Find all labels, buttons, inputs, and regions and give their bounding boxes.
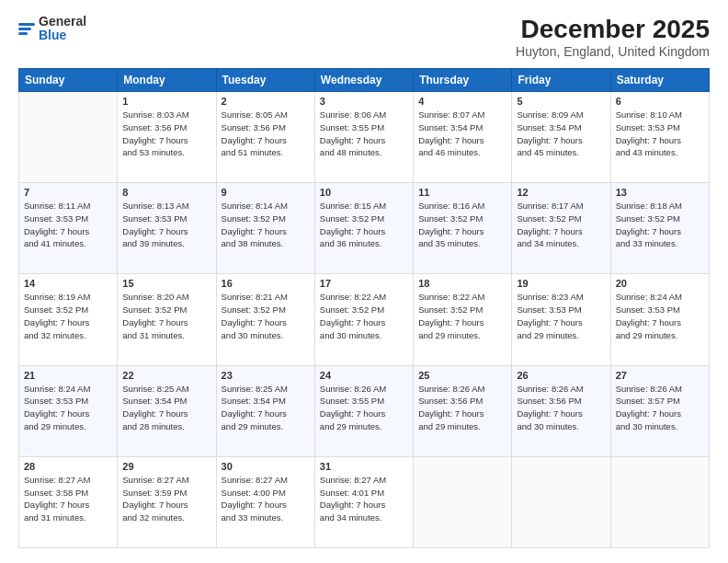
cell-content: Sunrise: 8:27 AM Sunset: 3:59 PM Dayligh… bbox=[122, 474, 210, 524]
calendar-header-friday: Friday bbox=[512, 69, 610, 92]
cell-content: Sunrise: 8:10 AM Sunset: 3:53 PM Dayligh… bbox=[616, 109, 704, 159]
cell-content: Sunrise: 8:19 AM Sunset: 3:52 PM Dayligh… bbox=[24, 291, 112, 341]
day-number: 11 bbox=[418, 187, 506, 198]
calendar-week-row: 1Sunrise: 8:03 AM Sunset: 3:56 PM Daylig… bbox=[19, 92, 710, 183]
calendar-cell: 22Sunrise: 8:25 AM Sunset: 3:54 PM Dayli… bbox=[118, 365, 216, 456]
day-number: 1 bbox=[122, 96, 210, 107]
calendar-cell: 31Sunrise: 8:27 AM Sunset: 4:01 PM Dayli… bbox=[314, 456, 413, 547]
calendar-header-saturday: Saturday bbox=[610, 69, 709, 92]
title-block: December 2025 Huyton, England, United Ki… bbox=[516, 15, 710, 59]
day-number: 7 bbox=[24, 187, 112, 198]
cell-content: Sunrise: 8:22 AM Sunset: 3:52 PM Dayligh… bbox=[418, 291, 506, 341]
calendar-cell: 17Sunrise: 8:22 AM Sunset: 3:52 PM Dayli… bbox=[314, 274, 413, 365]
day-number: 22 bbox=[122, 370, 210, 381]
calendar-cell: 25Sunrise: 8:26 AM Sunset: 3:56 PM Dayli… bbox=[414, 365, 512, 456]
logo-text: General Blue bbox=[39, 15, 86, 43]
calendar-cell: 10Sunrise: 8:15 AM Sunset: 3:52 PM Dayli… bbox=[314, 183, 413, 274]
calendar-cell: 29Sunrise: 8:27 AM Sunset: 3:59 PM Dayli… bbox=[118, 456, 216, 547]
calendar-cell bbox=[512, 456, 610, 547]
calendar-week-row: 28Sunrise: 8:27 AM Sunset: 3:58 PM Dayli… bbox=[19, 456, 710, 547]
day-number: 9 bbox=[222, 187, 310, 198]
day-number: 12 bbox=[517, 187, 605, 198]
location: Huyton, England, United Kingdom bbox=[516, 44, 710, 59]
calendar-cell: 15Sunrise: 8:20 AM Sunset: 3:52 PM Dayli… bbox=[118, 274, 216, 365]
day-number: 10 bbox=[320, 187, 408, 198]
calendar-cell: 3Sunrise: 8:06 AM Sunset: 3:55 PM Daylig… bbox=[314, 92, 413, 183]
cell-content: Sunrise: 8:03 AM Sunset: 3:56 PM Dayligh… bbox=[122, 109, 210, 159]
cell-content: Sunrise: 8:20 AM Sunset: 3:52 PM Dayligh… bbox=[122, 291, 210, 341]
cell-content: Sunrise: 8:26 AM Sunset: 3:57 PM Dayligh… bbox=[616, 383, 704, 433]
calendar-cell bbox=[19, 92, 118, 183]
calendar-cell: 9Sunrise: 8:14 AM Sunset: 3:52 PM Daylig… bbox=[216, 183, 314, 274]
day-number: 4 bbox=[418, 96, 506, 107]
logo-line-2 bbox=[18, 28, 31, 30]
calendar-cell: 21Sunrise: 8:24 AM Sunset: 3:53 PM Dayli… bbox=[19, 365, 118, 456]
day-number: 16 bbox=[222, 278, 310, 289]
logo: General Blue bbox=[18, 15, 86, 43]
cell-content: Sunrise: 8:07 AM Sunset: 3:54 PM Dayligh… bbox=[418, 109, 506, 159]
month-title: December 2025 bbox=[516, 15, 710, 44]
calendar-week-row: 7Sunrise: 8:11 AM Sunset: 3:53 PM Daylig… bbox=[19, 183, 710, 274]
cell-content: Sunrise: 8:26 AM Sunset: 3:56 PM Dayligh… bbox=[418, 383, 506, 433]
logo-general: General bbox=[39, 15, 86, 29]
calendar-cell: 16Sunrise: 8:21 AM Sunset: 3:52 PM Dayli… bbox=[216, 274, 314, 365]
cell-content: Sunrise: 8:16 AM Sunset: 3:52 PM Dayligh… bbox=[418, 200, 506, 250]
cell-content: Sunrise: 8:18 AM Sunset: 3:52 PM Dayligh… bbox=[616, 200, 704, 250]
cell-content: Sunrise: 8:05 AM Sunset: 3:56 PM Dayligh… bbox=[222, 109, 310, 159]
calendar-cell: 13Sunrise: 8:18 AM Sunset: 3:52 PM Dayli… bbox=[610, 183, 709, 274]
calendar-header-row: SundayMondayTuesdayWednesdayThursdayFrid… bbox=[19, 69, 710, 92]
calendar-cell: 18Sunrise: 8:22 AM Sunset: 3:52 PM Dayli… bbox=[414, 274, 512, 365]
day-number: 13 bbox=[616, 187, 704, 198]
cell-content: Sunrise: 8:27 AM Sunset: 3:58 PM Dayligh… bbox=[24, 474, 112, 524]
day-number: 15 bbox=[122, 278, 210, 289]
cell-content: Sunrise: 8:09 AM Sunset: 3:54 PM Dayligh… bbox=[517, 109, 605, 159]
logo-line-1 bbox=[18, 23, 35, 26]
logo-blue: Blue bbox=[39, 29, 86, 42]
day-number: 25 bbox=[418, 370, 506, 381]
calendar-cell bbox=[414, 456, 512, 547]
day-number: 29 bbox=[122, 461, 210, 472]
cell-content: Sunrise: 8:14 AM Sunset: 3:52 PM Dayligh… bbox=[222, 200, 310, 250]
calendar-header-tuesday: Tuesday bbox=[216, 69, 314, 92]
day-number: 21 bbox=[24, 370, 112, 381]
day-number: 5 bbox=[517, 96, 605, 107]
calendar-cell: 4Sunrise: 8:07 AM Sunset: 3:54 PM Daylig… bbox=[414, 92, 512, 183]
calendar-cell bbox=[610, 456, 709, 547]
calendar-cell: 5Sunrise: 8:09 AM Sunset: 3:54 PM Daylig… bbox=[512, 92, 610, 183]
calendar-cell: 28Sunrise: 8:27 AM Sunset: 3:58 PM Dayli… bbox=[19, 456, 118, 547]
logo-icon bbox=[18, 23, 35, 35]
cell-content: Sunrise: 8:17 AM Sunset: 3:52 PM Dayligh… bbox=[517, 200, 605, 250]
cell-content: Sunrise: 8:26 AM Sunset: 3:56 PM Dayligh… bbox=[517, 383, 605, 433]
cell-content: Sunrise: 8:23 AM Sunset: 3:53 PM Dayligh… bbox=[517, 291, 605, 341]
calendar-cell: 27Sunrise: 8:26 AM Sunset: 3:57 PM Dayli… bbox=[610, 365, 709, 456]
calendar-cell: 8Sunrise: 8:13 AM Sunset: 3:53 PM Daylig… bbox=[118, 183, 216, 274]
calendar-header-sunday: Sunday bbox=[19, 69, 118, 92]
cell-content: Sunrise: 8:25 AM Sunset: 3:54 PM Dayligh… bbox=[122, 383, 210, 433]
day-number: 8 bbox=[122, 187, 210, 198]
day-number: 26 bbox=[517, 370, 605, 381]
cell-content: Sunrise: 8:24 AM Sunset: 3:53 PM Dayligh… bbox=[24, 383, 112, 433]
calendar-cell: 20Sunrise: 8:24 AM Sunset: 3:53 PM Dayli… bbox=[610, 274, 709, 365]
cell-content: Sunrise: 8:06 AM Sunset: 3:55 PM Dayligh… bbox=[320, 109, 408, 159]
day-number: 31 bbox=[320, 461, 408, 472]
cell-content: Sunrise: 8:21 AM Sunset: 3:52 PM Dayligh… bbox=[222, 291, 310, 341]
page: General Blue December 2025 Huyton, Engla… bbox=[0, 0, 728, 563]
day-number: 24 bbox=[320, 370, 408, 381]
day-number: 6 bbox=[616, 96, 704, 107]
day-number: 14 bbox=[24, 278, 112, 289]
calendar-cell: 11Sunrise: 8:16 AM Sunset: 3:52 PM Dayli… bbox=[414, 183, 512, 274]
logo-lines bbox=[18, 23, 35, 35]
cell-content: Sunrise: 8:27 AM Sunset: 4:00 PM Dayligh… bbox=[222, 474, 310, 524]
day-number: 19 bbox=[517, 278, 605, 289]
calendar-header-wednesday: Wednesday bbox=[314, 69, 413, 92]
calendar-cell: 1Sunrise: 8:03 AM Sunset: 3:56 PM Daylig… bbox=[118, 92, 216, 183]
calendar-cell: 19Sunrise: 8:23 AM Sunset: 3:53 PM Dayli… bbox=[512, 274, 610, 365]
calendar-table: SundayMondayTuesdayWednesdayThursdayFrid… bbox=[18, 68, 710, 548]
calendar-cell: 30Sunrise: 8:27 AM Sunset: 4:00 PM Dayli… bbox=[216, 456, 314, 547]
cell-content: Sunrise: 8:15 AM Sunset: 3:52 PM Dayligh… bbox=[320, 200, 408, 250]
day-number: 2 bbox=[222, 96, 310, 107]
day-number: 28 bbox=[24, 461, 112, 472]
calendar-cell: 12Sunrise: 8:17 AM Sunset: 3:52 PM Dayli… bbox=[512, 183, 610, 274]
cell-content: Sunrise: 8:25 AM Sunset: 3:54 PM Dayligh… bbox=[222, 383, 310, 433]
cell-content: Sunrise: 8:27 AM Sunset: 4:01 PM Dayligh… bbox=[320, 474, 408, 524]
